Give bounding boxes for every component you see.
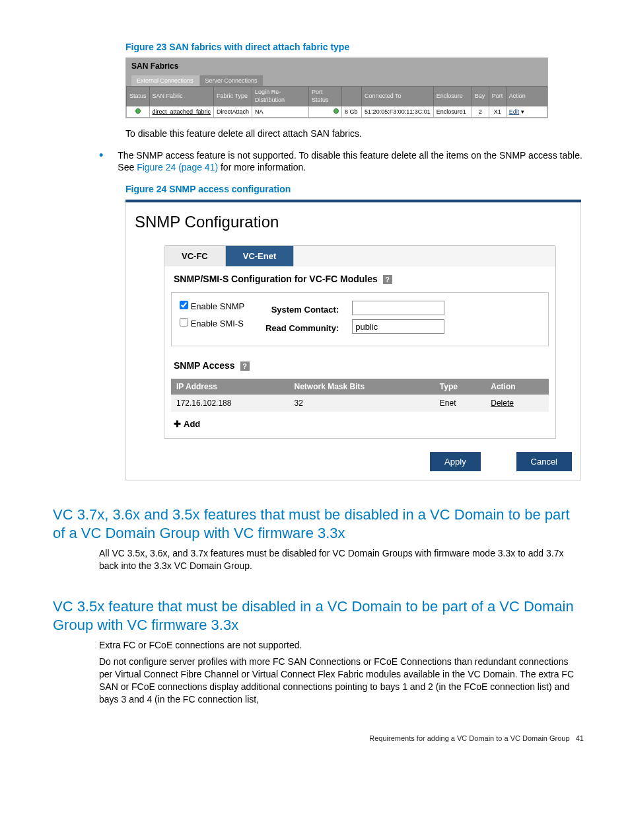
edit-link[interactable]: Edit	[509, 108, 520, 115]
system-contact-input[interactable]	[352, 301, 444, 315]
snmp-section-heading: SNMP/SMI-S Configuration for VC-FC Modul…	[164, 266, 555, 292]
bullet-item: • The SNMP access feature is not support…	[99, 149, 584, 174]
tab-vc-fc[interactable]: VC-FC	[164, 246, 226, 267]
san-fabrics-screenshot: SAN Fabrics External Connections Server …	[125, 57, 548, 118]
figure-24-link[interactable]: Figure 24 (page 41)	[137, 162, 218, 172]
plus-icon: ✚	[174, 419, 181, 429]
status-ok-icon	[135, 108, 141, 114]
tab-vc-enet[interactable]: VC-Enet	[226, 246, 295, 267]
snmp-access-table: IP Address Network Mask Bits Type Action…	[171, 379, 549, 412]
cancel-button[interactable]: Cancel	[516, 452, 572, 472]
help-icon[interactable]: ?	[383, 275, 392, 284]
port-ok-icon	[333, 108, 339, 114]
snmp-config-screenshot: SNMP Configuration VC-FC VC-Enet SNMP/SM…	[125, 200, 581, 480]
body-para: To disable this feature delete all direc…	[125, 128, 584, 140]
bullet-icon: •	[99, 149, 103, 174]
san-subtab-server[interactable]: Server Connections	[200, 75, 263, 86]
section-heading: VC 3.7x, 3.6x and 3.5x features that mus…	[53, 506, 584, 542]
figure-24-caption: Figure 24 SNMP access configuration	[125, 183, 584, 196]
read-community-input[interactable]	[352, 319, 444, 334]
table-row: 172.16.102.188 32 Enet Delete	[171, 395, 549, 412]
san-fabrics-title: SAN Fabrics	[126, 58, 547, 74]
delete-link[interactable]: Delete	[491, 399, 514, 408]
enable-snmp-checkbox[interactable]	[180, 301, 188, 309]
section-heading: VC 3.5x feature that must be disabled in…	[53, 597, 584, 634]
san-subtab-external[interactable]: External Connections	[131, 75, 199, 86]
table-row: direct_attached_fabric DirectAttach NA 8…	[127, 106, 547, 117]
add-button[interactable]: ✚Add	[164, 416, 555, 438]
figure-23-caption: Figure 23 SAN fabrics with direct attach…	[125, 41, 584, 54]
page-footer: Requirements for adding a VC Domain to a…	[53, 734, 584, 744]
body-para: All VC 3.5x, 3.6x, and 3.7x features mus…	[99, 547, 584, 572]
snmp-access-heading: SNMP Access ?	[164, 356, 555, 376]
read-community-label: Read Community:	[265, 319, 339, 338]
apply-button[interactable]: Apply	[430, 452, 481, 472]
body-para: Do not configure server profiles with mo…	[99, 656, 584, 706]
san-fabrics-table: Status SAN Fabric Fabric Type Login Re-D…	[126, 86, 547, 117]
snmp-title: SNMP Configuration	[125, 202, 581, 245]
enable-smis-checkbox[interactable]	[180, 318, 188, 326]
body-para: Extra FC or FCoE connections are not sup…	[99, 639, 584, 652]
help-icon[interactable]: ?	[240, 362, 250, 371]
system-contact-label: System Contact:	[265, 301, 339, 319]
